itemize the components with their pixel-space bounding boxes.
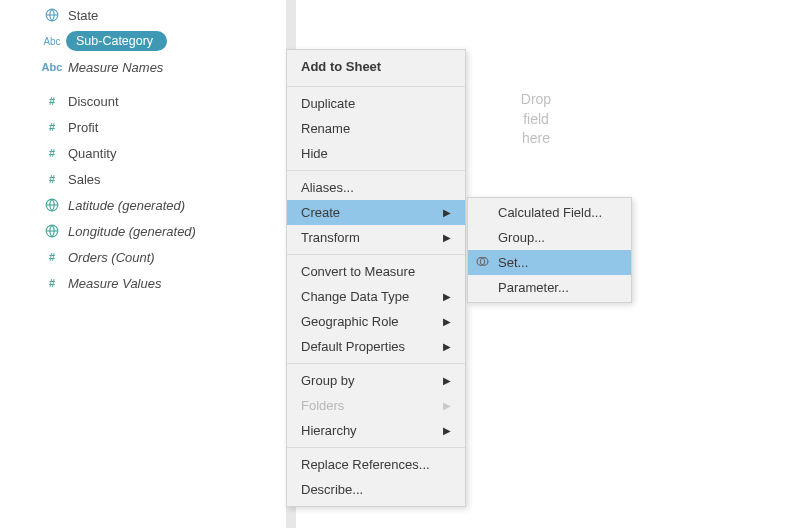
field-label: Orders (Count) xyxy=(64,250,155,265)
menu-aliases[interactable]: Aliases... xyxy=(287,175,465,200)
menu-label: Duplicate xyxy=(301,96,355,111)
field-quantity[interactable]: # Quantity xyxy=(0,140,280,166)
menu-label: Default Properties xyxy=(301,339,405,354)
field-context-menu: Add to Sheet Duplicate Rename Hide Alias… xyxy=(286,49,466,507)
data-pane: State Abc Sub-Category Abc Measure Names… xyxy=(0,0,280,296)
field-measure-names[interactable]: Abc Measure Names xyxy=(0,54,280,80)
create-submenu: Calculated Field... Group... Set... Para… xyxy=(467,197,632,303)
menu-rename[interactable]: Rename xyxy=(287,116,465,141)
menu-separator xyxy=(287,170,465,171)
hash-icon: # xyxy=(40,95,64,107)
chevron-right-icon: ▶ xyxy=(443,232,451,243)
menu-folders: Folders ▶ xyxy=(287,393,465,418)
field-pill: Sub-Category xyxy=(66,31,167,51)
field-measure-values[interactable]: # Measure Values xyxy=(0,270,280,296)
menu-convert-to-measure[interactable]: Convert to Measure xyxy=(287,259,465,284)
submenu-group[interactable]: Group... xyxy=(468,225,631,250)
field-latitude[interactable]: Latitude (generated) xyxy=(0,192,280,218)
drop-text-line: Drop xyxy=(506,90,566,110)
field-profit[interactable]: # Profit xyxy=(0,114,280,140)
chevron-right-icon: ▶ xyxy=(443,207,451,218)
field-discount[interactable]: # Discount xyxy=(0,88,280,114)
field-orders-count[interactable]: # Orders (Count) xyxy=(0,244,280,270)
menu-separator xyxy=(287,254,465,255)
field-label: Measure Names xyxy=(64,60,163,75)
drop-text-line: here xyxy=(506,129,566,149)
field-label: Quantity xyxy=(64,146,116,161)
menu-label: Describe... xyxy=(301,482,363,497)
menu-label: Convert to Measure xyxy=(301,264,415,279)
globe-icon xyxy=(40,198,64,212)
menu-label: Parameter... xyxy=(498,280,569,295)
menu-geographic-role[interactable]: Geographic Role ▶ xyxy=(287,309,465,334)
field-state[interactable]: State xyxy=(0,2,280,28)
field-label: Longitude (generated) xyxy=(64,224,196,239)
menu-replace-references[interactable]: Replace References... xyxy=(287,452,465,477)
field-label: State xyxy=(64,8,98,23)
menu-hierarchy[interactable]: Hierarchy ▶ xyxy=(287,418,465,443)
hash-icon: # xyxy=(40,277,64,289)
menu-label: Calculated Field... xyxy=(498,205,602,220)
menu-label: Create xyxy=(301,205,340,220)
menu-label: Hierarchy xyxy=(301,423,357,438)
menu-hide[interactable]: Hide xyxy=(287,141,465,166)
globe-icon xyxy=(40,8,64,22)
field-sales[interactable]: # Sales xyxy=(0,166,280,192)
menu-describe[interactable]: Describe... xyxy=(287,477,465,506)
abc-icon: Abc xyxy=(40,36,64,47)
hash-icon: # xyxy=(40,121,64,133)
field-label: Measure Values xyxy=(64,276,161,291)
menu-label: Geographic Role xyxy=(301,314,399,329)
set-icon xyxy=(476,255,490,269)
menu-separator xyxy=(287,363,465,364)
menu-add-to-sheet[interactable]: Add to Sheet xyxy=(287,50,465,82)
field-label: Latitude (generated) xyxy=(64,198,185,213)
field-subcategory[interactable]: Abc Sub-Category xyxy=(0,28,280,54)
menu-change-data-type[interactable]: Change Data Type ▶ xyxy=(287,284,465,309)
submenu-calculated-field[interactable]: Calculated Field... xyxy=(468,198,631,225)
menu-transform[interactable]: Transform ▶ xyxy=(287,225,465,250)
menu-label: Transform xyxy=(301,230,360,245)
menu-label: Group... xyxy=(498,230,545,245)
chevron-right-icon: ▶ xyxy=(443,341,451,352)
drop-text-line: field xyxy=(506,110,566,130)
field-longitude[interactable]: Longitude (generated) xyxy=(0,218,280,244)
menu-default-properties[interactable]: Default Properties ▶ xyxy=(287,334,465,359)
abc-icon: Abc xyxy=(40,61,64,73)
menu-duplicate[interactable]: Duplicate xyxy=(287,91,465,116)
menu-group-by[interactable]: Group by ▶ xyxy=(287,368,465,393)
hash-icon: # xyxy=(40,251,64,263)
menu-label: Folders xyxy=(301,398,344,413)
menu-label: Group by xyxy=(301,373,354,388)
field-label: Discount xyxy=(64,94,119,109)
menu-label: Hide xyxy=(301,146,328,161)
menu-separator xyxy=(287,447,465,448)
hash-icon: # xyxy=(40,147,64,159)
drop-field-zone[interactable]: Drop field here xyxy=(506,90,566,149)
chevron-right-icon: ▶ xyxy=(443,375,451,386)
menu-label: Add to Sheet xyxy=(301,59,381,74)
chevron-right-icon: ▶ xyxy=(443,425,451,436)
chevron-right-icon: ▶ xyxy=(443,400,451,411)
hash-icon: # xyxy=(40,173,64,185)
menu-label: Change Data Type xyxy=(301,289,409,304)
menu-label: Set... xyxy=(498,255,528,270)
globe-icon xyxy=(40,224,64,238)
menu-label: Aliases... xyxy=(301,180,354,195)
field-label: Profit xyxy=(64,120,98,135)
field-label: Sales xyxy=(64,172,101,187)
submenu-parameter[interactable]: Parameter... xyxy=(468,275,631,302)
chevron-right-icon: ▶ xyxy=(443,316,451,327)
menu-label: Replace References... xyxy=(301,457,430,472)
menu-create[interactable]: Create ▶ xyxy=(287,200,465,225)
submenu-set[interactable]: Set... xyxy=(468,250,631,275)
menu-separator xyxy=(287,86,465,87)
menu-label: Rename xyxy=(301,121,350,136)
chevron-right-icon: ▶ xyxy=(443,291,451,302)
